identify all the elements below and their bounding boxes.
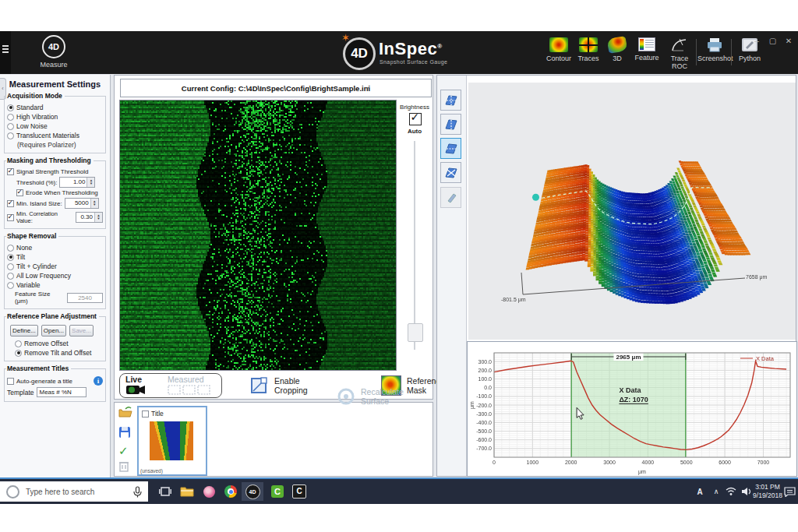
checkbox-correlation[interactable]: Min. Correlation Value:0.30▲▼: [7, 210, 103, 224]
open-folder-icon[interactable]: [118, 406, 132, 418]
trace-both-tool[interactable]: [440, 90, 461, 111]
feature-icon: [638, 37, 655, 51]
checkbox-erode[interactable]: Erode When Thresholding: [16, 189, 103, 196]
correlation-spinner[interactable]: 0.30▲▼: [76, 212, 103, 223]
radio-variable[interactable]: Variable: [7, 281, 103, 289]
measure-tab[interactable]: 4D Measure: [34, 35, 73, 69]
checkbox-label: Min. Island Size:: [16, 200, 62, 207]
brightness-auto-checkbox[interactable]: [409, 113, 422, 125]
radio-icon: [7, 245, 14, 252]
feature-size-field[interactable]: 2540: [67, 293, 103, 303]
template-field[interactable]: Meas # %N: [37, 387, 87, 397]
radio-standard[interactable]: Standard: [7, 104, 103, 111]
live-button[interactable]: Live: [120, 374, 166, 397]
spinner-arrows-icon[interactable]: ▲▼: [90, 199, 98, 208]
spinner-arrows-icon[interactable]: ▲▼: [94, 213, 102, 222]
toolbar-screenshot[interactable]: Screenshot: [697, 37, 732, 62]
taskbar-search[interactable]: Type here to search: [0, 481, 148, 502]
checkbox-signal-strength[interactable]: Signal Strength Threshold: [7, 168, 103, 175]
save-button[interactable]: Save...: [69, 325, 94, 336]
trash-icon[interactable]: [118, 460, 129, 472]
radio-high-vibration[interactable]: High Vibration: [7, 113, 103, 121]
task-view-icon[interactable]: [156, 482, 175, 501]
checkbox-label: Erode When Thresholding: [26, 189, 98, 196]
file-explorer-icon[interactable]: [178, 482, 196, 501]
radio-label: Translucent Materials: [16, 132, 79, 139]
x-profile-chart[interactable]: [467, 341, 797, 477]
measurement-thumbnail-card[interactable]: Title (unsaved): [137, 406, 207, 476]
toolbar-trace-roc[interactable]: Trace ROC: [662, 37, 697, 70]
close-button[interactable]: ✕: [782, 37, 795, 46]
radio-icon: [7, 132, 14, 139]
thumbnail-title-checkbox[interactable]: Title: [142, 410, 206, 417]
button-label: Cropping: [274, 386, 308, 395]
cortana-icon: [6, 485, 19, 499]
recalculate-icon: [337, 387, 355, 406]
camtasia-icon[interactable]: C: [268, 482, 287, 501]
action-center-icon[interactable]: [781, 479, 798, 504]
analysis-panel: [436, 75, 796, 477]
trace-cross-tool[interactable]: [440, 162, 461, 183]
open-button[interactable]: Open...: [41, 325, 66, 336]
checkbox-island[interactable]: Min. Island Size:5000▲▼: [7, 198, 103, 209]
recalculate-surface-button-disabled[interactable]: RecalculateSurface: [337, 387, 429, 406]
checkbox-icon: [7, 200, 14, 207]
enable-cropping-button[interactable]: EnableCropping: [249, 375, 308, 396]
brightness-slider-thumb[interactable]: [408, 323, 423, 342]
save-icon[interactable]: [118, 426, 131, 439]
maximize-button[interactable]: ▢: [767, 37, 779, 46]
trace-x-tool[interactable]: [440, 138, 461, 159]
spinner-arrows-icon[interactable]: ▲▼: [87, 178, 94, 187]
group-title: Reference Plane Adjustment: [6, 312, 99, 320]
radio-icon: [7, 254, 14, 261]
unsaved-label: (unsaved): [140, 468, 163, 474]
shape-removal-group: Shape Removal None Tilt Tilt + Cylinder …: [4, 236, 106, 309]
radio-translucent[interactable]: Translucent Materials: [7, 132, 103, 139]
radio-all-low-freq[interactable]: All Low Frequency: [7, 272, 103, 280]
microphone-icon[interactable]: [133, 486, 142, 498]
4d-inspec-app-icon[interactable]: 4D: [242, 482, 263, 501]
date-label: 9/19/2018: [753, 491, 782, 500]
radio-label: Standard: [16, 104, 44, 111]
tray-expand-icon[interactable]: ∧: [709, 479, 723, 504]
field-value: 0.30: [76, 213, 94, 222]
radio-remove-offset[interactable]: Remove Offset: [15, 340, 103, 347]
measured-button[interactable]: Measured: [166, 374, 221, 397]
radio-low-noise[interactable]: Low Noise: [7, 122, 103, 130]
hamburger-icon: [2, 45, 11, 53]
hamburger-strip[interactable]: [0, 31, 11, 74]
contour-icon: [549, 37, 568, 52]
chrome-icon[interactable]: [221, 482, 240, 501]
photos-app-icon[interactable]: [200, 482, 218, 501]
radio-label: None: [16, 244, 32, 252]
accept-check-icon[interactable]: ✓: [118, 444, 134, 458]
checkbox-auto-title[interactable]: Auto-generate a titlei: [7, 376, 103, 386]
radio-remove-tilt-offset[interactable]: Remove Tilt and Offset: [15, 349, 103, 357]
config-dropdown[interactable]: Current Config: C:\4D\InSpec\Config\Brig…: [120, 79, 432, 97]
radio-tilt[interactable]: Tilt: [7, 253, 103, 261]
masking-group: Masking and Thresholding Signal Strength…: [4, 160, 106, 229]
toolbar-feature[interactable]: Feature: [630, 37, 664, 62]
slice-tool-disabled[interactable]: [440, 187, 461, 208]
live-camera-view[interactable]: [119, 100, 397, 371]
ime-indicator[interactable]: A: [692, 479, 708, 504]
checkbox-label: Signal Strength Threshold: [16, 168, 88, 175]
brightness-slider-track[interactable]: [414, 141, 415, 350]
radio-none[interactable]: None: [7, 244, 103, 252]
video-camera-icon: [125, 385, 146, 395]
minimize-button[interactable]: –: [750, 37, 763, 46]
surface-3d-view[interactable]: [468, 83, 796, 340]
define-button[interactable]: Define...: [10, 325, 38, 336]
radio-label: Variable: [16, 281, 41, 289]
recorder-icon[interactable]: C: [290, 482, 309, 501]
network-icon[interactable]: [723, 479, 739, 504]
trace-y-tool[interactable]: [440, 114, 461, 135]
radio-icon: [7, 282, 14, 289]
3d-icon: [607, 36, 628, 54]
threshold-spinner[interactable]: 1.00▲▼: [59, 177, 95, 188]
island-spinner[interactable]: 5000▲▼: [65, 198, 99, 209]
group-title: Shape Removal: [6, 232, 58, 240]
radio-tilt-cylinder[interactable]: Tilt + Cylinder: [7, 262, 103, 270]
sidebar-title: Measurement Settings: [0, 79, 110, 89]
info-icon[interactable]: i: [94, 376, 103, 386]
